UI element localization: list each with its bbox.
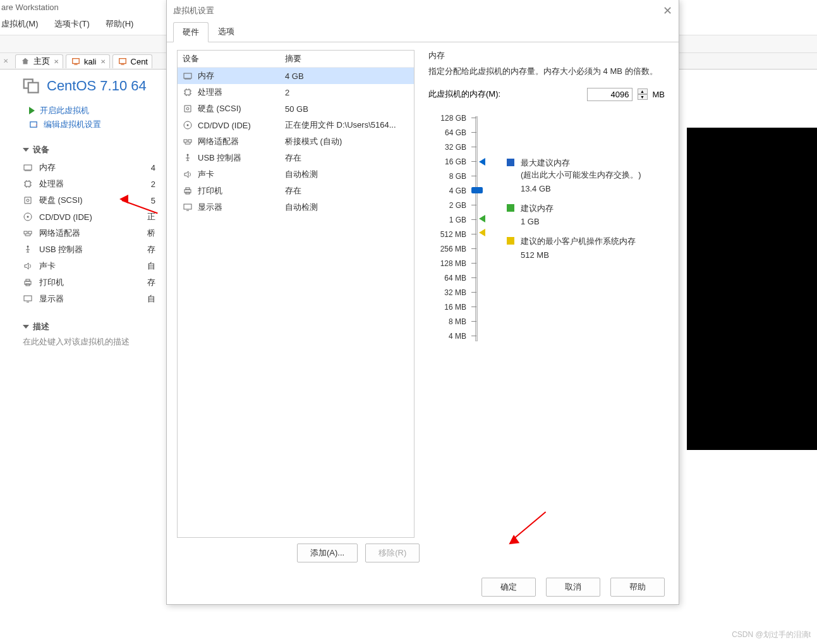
- tab-home[interactable]: 主页 ✕: [15, 54, 63, 68]
- disk-icon: [23, 195, 33, 205]
- device-row[interactable]: USB 控制器存: [23, 241, 155, 258]
- hardware-row[interactable]: CD/DVD (IDE)正在使用文件 D:\Users\5164...: [178, 117, 414, 133]
- device-name: 显示器: [39, 293, 64, 305]
- usb-icon: [23, 245, 33, 255]
- add-hardware-button[interactable]: 添加(A)...: [297, 544, 358, 562]
- scale-label: 128 GB: [428, 114, 466, 128]
- device-value: 自: [147, 260, 155, 272]
- svg-rect-13: [28, 231, 32, 234]
- dialog-close-button[interactable]: ✕: [663, 4, 672, 18]
- device-value: 正: [147, 211, 155, 222]
- display-icon: [23, 294, 33, 304]
- svg-point-23: [187, 125, 189, 126]
- tab-home-close[interactable]: ✕: [54, 58, 59, 65]
- memory-slider-handle[interactable]: [471, 187, 483, 193]
- tab-centos[interactable]: Cent: [112, 54, 152, 68]
- tab-kali-close[interactable]: ✕: [100, 58, 106, 65]
- hardware-list[interactable]: 设备 摘要 内存4 GB处理器2硬盘 (SCSI)50 GBCD/DVD (ID…: [177, 50, 415, 538]
- remove-hardware-button[interactable]: 移除(R): [365, 544, 420, 562]
- hw-name: 内存: [198, 70, 214, 82]
- cancel-button[interactable]: 取消: [546, 578, 600, 597]
- svg-rect-8: [25, 181, 30, 186]
- vm-preview-dark: [687, 128, 817, 450]
- tab-close-left[interactable]: ✕: [3, 54, 9, 68]
- memory-panel-desc: 指定分配给此虚拟机的内存量。内存大小必须为 4 MB 的倍数。: [428, 65, 665, 78]
- hardware-row[interactable]: 网络适配器桥接模式 (自动): [178, 133, 414, 150]
- legend-suggested-value: 1 GB: [521, 217, 641, 226]
- memory-spinner[interactable]: ▲▼: [638, 88, 648, 100]
- memory-panel-title: 内存: [428, 50, 665, 61]
- cpu-icon: [183, 87, 193, 97]
- hardware-row[interactable]: 内存4 GB: [178, 68, 414, 84]
- memory-input[interactable]: [587, 88, 632, 101]
- tab-options[interactable]: 选项: [209, 21, 244, 42]
- menu-vm[interactable]: 虚拟机(M): [1, 19, 39, 28]
- play-icon: [29, 107, 35, 114]
- menu-help[interactable]: 帮助(H): [106, 19, 133, 28]
- device-row[interactable]: 处理器2: [23, 176, 155, 192]
- hw-summary: 存在: [285, 152, 409, 164]
- tab-kali[interactable]: kali ✕: [66, 54, 110, 68]
- menu-tabs[interactable]: 选项卡(T): [54, 19, 90, 28]
- svg-rect-24: [184, 140, 187, 142]
- device-value: 4: [151, 163, 155, 173]
- device-name: USB 控制器: [39, 244, 83, 255]
- help-button[interactable]: 帮助: [610, 578, 665, 597]
- memory-field-label: 此虚拟机的内存(M):: [428, 88, 500, 100]
- scale-label: 256 MB: [428, 245, 466, 259]
- vm-icon: [23, 77, 40, 95]
- hardware-row[interactable]: 处理器2: [178, 84, 414, 100]
- memory-slider[interactable]: [470, 114, 485, 346]
- device-name: CD/DVD (IDE): [39, 212, 92, 222]
- scale-label: 16 GB: [428, 157, 466, 172]
- tab-hardware[interactable]: 硬件: [173, 22, 209, 42]
- memory-icon: [23, 162, 33, 173]
- device-value: 5: [151, 196, 155, 205]
- hw-summary: 正在使用文件 D:\Users\5164...: [285, 119, 409, 131]
- device-row[interactable]: 内存4: [23, 159, 155, 176]
- device-value: 桥: [147, 228, 155, 239]
- hardware-row[interactable]: 硬盘 (SCSI)50 GB: [178, 100, 414, 117]
- device-value: 存: [147, 244, 155, 255]
- scale-label: 2 GB: [428, 201, 466, 216]
- col-device: 设备: [183, 53, 285, 64]
- hw-name: 硬盘 (SCSI): [198, 103, 241, 114]
- printer-icon: [183, 186, 193, 196]
- sound-icon: [183, 169, 193, 179]
- device-row[interactable]: 显示器自: [23, 291, 155, 307]
- device-row[interactable]: CD/DVD (IDE)正: [23, 209, 155, 225]
- legend-max-note: (超出此大小可能发生内存交换。): [521, 170, 641, 179]
- tab-kali-label: kali: [84, 57, 97, 66]
- device-value: 2: [151, 179, 155, 189]
- device-row[interactable]: 网络适配器桥: [23, 225, 155, 241]
- device-name: 声卡: [39, 260, 56, 272]
- legend-min: 建议的最小客户机操作系统内存: [521, 235, 636, 248]
- hardware-row[interactable]: 打印机存在: [178, 183, 414, 199]
- hardware-row[interactable]: 声卡自动检测: [178, 166, 414, 183]
- ok-button[interactable]: 确定: [481, 578, 536, 597]
- svg-rect-5: [28, 83, 39, 93]
- svg-rect-19: [184, 73, 191, 78]
- svg-rect-0: [73, 59, 80, 64]
- vm-icon: [118, 57, 127, 66]
- cd-icon: [23, 212, 33, 222]
- col-summary: 摘要: [285, 53, 301, 64]
- cpu-icon: [23, 179, 33, 189]
- scale-label: 512 MB: [428, 230, 466, 245]
- square-green-icon: [507, 204, 514, 212]
- svg-rect-18: [24, 296, 32, 301]
- network-icon: [183, 137, 193, 147]
- hw-name: 打印机: [198, 185, 222, 197]
- device-value: 自: [147, 293, 155, 305]
- device-row[interactable]: 声卡自: [23, 258, 155, 274]
- device-row[interactable]: 硬盘 (SCSI)5: [23, 192, 155, 209]
- watermark: CSDN @划过手的泪滴t: [732, 629, 811, 640]
- hw-name: CD/DVD (IDE): [198, 121, 251, 130]
- hardware-row[interactable]: 显示器自动检测: [178, 199, 414, 216]
- device-row[interactable]: 打印机存: [23, 274, 155, 291]
- hardware-row[interactable]: USB 控制器存在: [178, 150, 414, 166]
- hw-name: 处理器: [198, 87, 222, 98]
- network-icon: [23, 228, 33, 238]
- scale-label: 64 GB: [428, 128, 466, 143]
- device-value: 存: [147, 277, 155, 288]
